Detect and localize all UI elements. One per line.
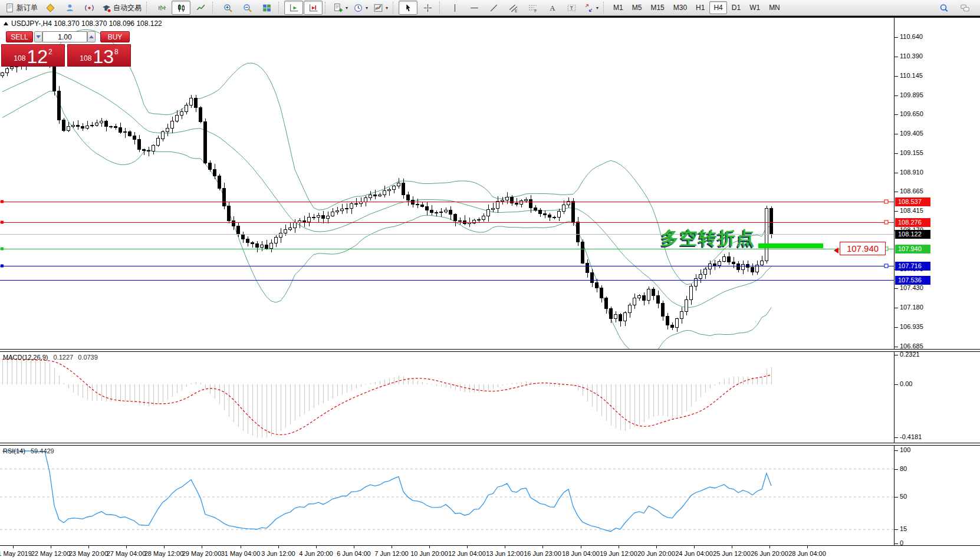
price-tick-label: 110.640 (900, 33, 923, 40)
metaeditor-button[interactable] (41, 1, 60, 15)
time-tick-mark (392, 546, 392, 548)
sell-price-prefix: 108 (14, 54, 25, 62)
rsi-label: RSI(14) 59.4429 (3, 447, 54, 454)
signals-button[interactable] (80, 1, 98, 15)
search-button[interactable] (934, 1, 953, 15)
time-axis-label: 23 May 20:00 (69, 550, 108, 557)
text-label-button[interactable]: T (562, 1, 581, 15)
pane-separator[interactable] (0, 349, 980, 352)
equidistant-channel-button[interactable]: E (504, 1, 522, 15)
time-tick-mark (542, 546, 543, 548)
horizontal-line-button[interactable] (465, 1, 484, 15)
price-tick-mark (895, 288, 898, 289)
vertical-line-button[interactable] (445, 1, 464, 15)
time-tick-mark (316, 546, 317, 548)
price-tick-mark (895, 327, 898, 328)
timeframe-mn[interactable]: MN (765, 1, 784, 14)
text-a-icon: A (547, 3, 557, 13)
timeframe-h1[interactable]: H1 (692, 1, 709, 14)
time-axis-label: 25 Jun 12:00 (713, 550, 751, 557)
price-tick-label: 110.145 (900, 72, 923, 79)
template-icon (373, 3, 383, 13)
time-tick-mark (619, 546, 619, 548)
time-axis[interactable]: 21 May 201922 May 12:0023 May 20:0027 Ma… (0, 545, 980, 560)
macd-main-value: 0.1227 (53, 354, 73, 361)
templates-button[interactable]: ▾ (371, 1, 390, 15)
toolbar-separator (146, 2, 150, 14)
fibonacci-button[interactable]: F (523, 1, 542, 15)
price-line-label: 107.536 (895, 276, 930, 285)
new-order-button[interactable]: 新订单 (2, 1, 40, 15)
sell-price-box[interactable]: 108 12 2 (1, 44, 65, 67)
chart-line-button[interactable] (191, 1, 210, 15)
chart-bars-button[interactable] (152, 1, 171, 15)
buy-price-box[interactable]: 108 13 8 (67, 44, 131, 67)
arrows-icon (584, 3, 594, 13)
main-price-chart[interactable] (0, 16, 894, 349)
zoom-out-icon (242, 3, 252, 13)
price-label-box[interactable]: 107.940 (840, 242, 886, 255)
volume-decrease-button[interactable] (34, 31, 42, 42)
timeframe-m30[interactable]: M30 (669, 1, 691, 14)
zoom-out-button[interactable] (238, 1, 256, 15)
rsi-indicator-chart[interactable] (0, 446, 894, 545)
price-tick-mark (895, 134, 898, 134)
rsi-tick-mark (895, 450, 898, 451)
volume-increase-button[interactable] (87, 31, 96, 42)
timeframe-d1[interactable]: D1 (728, 1, 745, 14)
time-tick-mark (354, 546, 354, 548)
cursor-button[interactable] (399, 1, 417, 15)
periods-button[interactable]: ▾ (351, 1, 370, 15)
volume-input[interactable] (42, 31, 87, 42)
price-tick-label: 110.390 (900, 52, 923, 60)
price-tick-mark (895, 211, 898, 212)
sell-button-label: SELL (11, 33, 28, 41)
rsi-tick-mark (895, 543, 898, 544)
price-axis[interactable]: 110.640110.390110.145109.895109.650109.4… (894, 16, 980, 545)
chat-button[interactable] (955, 1, 974, 15)
tile-windows-button[interactable] (257, 1, 276, 15)
autotrading-label: 自动交易 (113, 3, 142, 13)
rsi-tick-mark (895, 497, 898, 498)
trendline-icon (489, 3, 499, 13)
chart-title: USDJPY-,H4 108.370 108.370 108.096 108.1… (4, 19, 162, 28)
autotrading-button[interactable]: 自动交易 (99, 1, 144, 15)
zoom-in-button[interactable] (218, 1, 237, 15)
time-tick-mark (164, 546, 165, 548)
one-click-trade-panel: SELL BUY 108 12 2 108 13 8 (1, 30, 132, 67)
buy-price-sup: 8 (114, 48, 119, 56)
price-tick-mark (895, 57, 898, 57)
time-tick-mark (467, 546, 468, 548)
community-button[interactable] (60, 1, 79, 15)
time-tick-mark (202, 546, 202, 548)
chart-shift-button[interactable] (304, 1, 323, 15)
chart-candles-button[interactable] (172, 1, 190, 15)
timeframe-w1[interactable]: W1 (745, 1, 764, 14)
svg-text:F: F (534, 9, 537, 13)
chart-annotation-text[interactable]: 多空转折点 (661, 226, 755, 251)
time-tick-mark (656, 546, 657, 548)
price-tick-label: 108.665 (900, 187, 923, 195)
indicators-button[interactable]: ▾ (331, 1, 350, 15)
sell-button[interactable]: SELL (6, 31, 33, 42)
macd-tick-mark (895, 437, 898, 438)
rsi-tick-label: 80 (900, 465, 907, 472)
text-button[interactable]: A (542, 1, 561, 15)
timeframe-m1[interactable]: M1 (609, 1, 627, 14)
arrows-button[interactable]: ▾ (581, 1, 601, 15)
autoscroll-button[interactable] (284, 1, 303, 15)
time-tick-mark (429, 546, 430, 548)
time-axis-label: 28 Jun 04:00 (788, 550, 826, 557)
trendline-button[interactable] (484, 1, 503, 15)
buy-button[interactable]: BUY (100, 31, 130, 42)
time-axis-label: 31 May 04:00 (221, 550, 261, 557)
macd-indicator-chart[interactable] (0, 352, 894, 443)
macd-tick-mark (895, 355, 898, 355)
crosshair-button[interactable] (418, 1, 437, 15)
price-tick-label: 109.405 (900, 130, 923, 137)
timeframe-h4[interactable]: H4 (709, 1, 726, 14)
line-chart-icon (196, 3, 206, 13)
timeframe-m15[interactable]: M15 (646, 1, 668, 14)
pane-separator[interactable] (0, 443, 980, 446)
timeframe-m5[interactable]: M5 (628, 1, 646, 14)
